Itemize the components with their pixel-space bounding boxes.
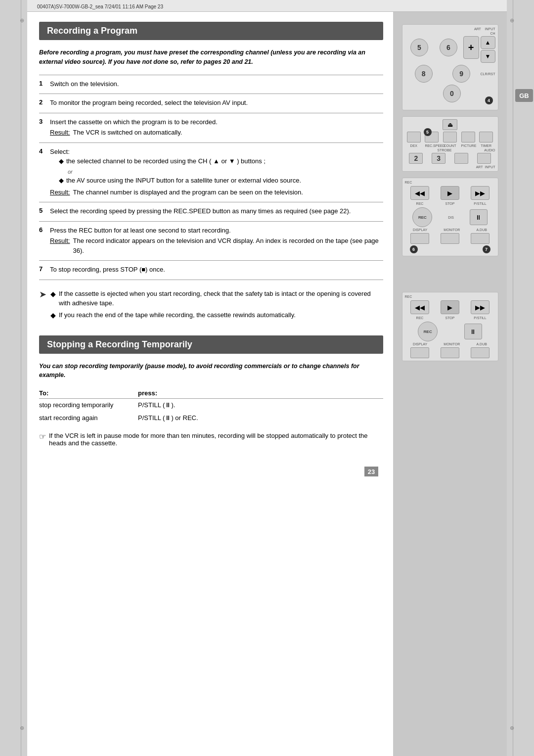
diagram-column: ART INPUT 5 6 CH + ▲ ▼ [393, 12, 507, 756]
diagram-transport2: REC ◀◀ ▶ ▶▶ REC STOP P/STILL REC [402, 292, 498, 361]
corner-mark-br: ⊕ [510, 725, 514, 731]
bottom-buttons2 [405, 347, 495, 358]
table-cell-press-1: P/STILL (⏸). [138, 399, 383, 412]
page-footer: 23 [39, 462, 383, 481]
step-4-bullets: ◆ the selected channel to be recorded us… [59, 156, 383, 186]
step-5-num: 5 [39, 206, 50, 214]
or-text-4: or [68, 168, 383, 176]
func-labels-row: DEX REC.SPEED COUNT PICTURE TIMER [405, 144, 495, 147]
ffwd-btn: ▶▶ [471, 186, 490, 200]
section1-header: Recording a Program [39, 22, 383, 40]
bottom-btn-3 [471, 233, 490, 244]
bullet-sym-4-2: ◆ [59, 176, 64, 186]
table-cell-action-2: start recording again [39, 412, 138, 425]
text-column: Recording a Program Before recording a p… [27, 12, 393, 756]
adub-label: A.DUB [476, 228, 487, 232]
result-label-6: Result: [50, 236, 70, 255]
rec-circle-btn2: REC [418, 322, 438, 341]
bullet-4-1: ◆ the selected channel to be recorded us… [59, 156, 383, 166]
step-7: 7 To stop recording, press STOP (■) once… [39, 265, 383, 275]
table-header-to: To: [39, 388, 138, 399]
plus-key: + [463, 36, 479, 59]
diagram-funcrow: ⏏ 5 [402, 116, 498, 172]
table-row-2: start recording again P/STILL (⏸) or REC… [39, 412, 383, 425]
note-bullet-text-1: If the cassette is ejected when you star… [59, 289, 383, 308]
rewind-btn2: ◀◀ [410, 300, 429, 314]
play-btn: ▶ [441, 186, 459, 200]
func-buttons-row2: 2 3 [405, 153, 495, 164]
result-text-3: The VCR is switched on automatically. [73, 128, 182, 138]
divider-3 [39, 113, 383, 113]
clr-section: CLR/RST [481, 72, 495, 76]
section2-intro: You can stop recording temporarily (paus… [39, 362, 383, 380]
func-btn-dex [407, 132, 421, 142]
badge-row-67: 6 7 [405, 245, 495, 253]
label-stop: STOP [441, 202, 459, 205]
badge-5-area: 5 [424, 128, 432, 136]
divider-4 [39, 142, 383, 143]
content-body: Recording a Program Before recording a p… [27, 12, 507, 756]
step-3-num: 3 [39, 117, 50, 125]
step-2-content: To monitor the program being recorded, s… [50, 98, 383, 108]
rec-label-top: REC [405, 181, 495, 184]
label-stop2: STOP [441, 316, 459, 320]
section2: Stopping a Recording Temporarily You can… [39, 335, 383, 447]
rec-pause-row: REC DIS ⏸ [405, 207, 495, 227]
step-5-content: Select the recording speed by pressing t… [50, 206, 383, 216]
transport-buttons2: ◀◀ ▶ ▶▶ [405, 300, 495, 314]
header-text: 00407A)SV-7000W-GB-2_sea 7/24/01 11:16 A… [37, 4, 163, 9]
step-6: 6 Press the REC button for at least one … [39, 226, 383, 256]
bottom-btn2-2 [441, 347, 459, 358]
step-1: 1 Switch on the television. [39, 79, 383, 89]
func-btn-2c [454, 153, 468, 164]
divider-2 [39, 94, 383, 94]
display-label2: DISPLAY [413, 342, 427, 346]
diag-row-0: 0 [405, 85, 495, 102]
label-timer: TIMER [479, 144, 493, 147]
diag-top-labels: ART INPUT [405, 27, 495, 31]
action-table: To: press: stop recording temporarily P/… [39, 388, 383, 424]
ch-label: CH [463, 32, 495, 35]
up-arrow-key: ▲ [481, 36, 495, 49]
func-btn-2a: 2 [409, 153, 423, 164]
note-arrow-icon: ➤ [39, 289, 46, 300]
bottom-btn2-3 [471, 347, 490, 358]
pause-note-icon: ☞ [39, 432, 46, 441]
note-content-1: ◆ If the cassette is ejected when you st… [50, 289, 383, 323]
section2-header: Stopping a Recording Temporarily [39, 335, 383, 354]
result-label-4: Result: [50, 188, 70, 197]
transport-buttons: ◀◀ ▶ ▶▶ [405, 186, 495, 200]
gb-badge: GB [515, 89, 533, 102]
diag-right-section: CH + ▲ ▼ [463, 32, 495, 63]
bottom-btn-2 [441, 233, 459, 244]
step-3-content: Insert the cassette on which the program… [50, 117, 383, 138]
step-6-content: Press the REC button for at least one se… [50, 226, 383, 256]
label-rec2: REC [410, 316, 429, 320]
label-dex: DEX [407, 144, 421, 147]
arrow-group: ▲ ▼ [481, 36, 495, 63]
note-bullet-text-2: If you reach the end of the tape while r… [59, 310, 296, 320]
table-row-1: stop recording temporarily P/STILL (⏸). [39, 399, 383, 412]
left-margin: ⊕ ⊕ [0, 0, 27, 756]
corner-mark-tl: ⊕ [20, 17, 24, 24]
step-6-num: 6 [39, 226, 50, 234]
bottom-labels: DISPLAY MONITOR A.DUB [405, 228, 495, 232]
divider-6 [39, 221, 383, 222]
note-bullet-sym-1: ◆ [50, 289, 56, 299]
pause-btn2: ⏸ [464, 324, 482, 339]
bullet-text-4-1: the selected channel to be recorded usin… [66, 156, 266, 166]
func-btn-timer [479, 132, 493, 142]
diag-row-56: 5 6 CH + ▲ ▼ [405, 32, 495, 63]
badge-6: 6 [410, 245, 418, 253]
label-picture: PICTURE [461, 144, 475, 147]
table-cell-press-2: P/STILL (⏸) or REC. [138, 412, 383, 425]
step-4-content: Select: ◆ the selected channel to be rec… [50, 147, 383, 197]
section1-intro: Before recording a program, you must hav… [39, 48, 383, 67]
disp-label: DISPLAY [413, 228, 427, 232]
func-row-wrapper: 5 [405, 132, 495, 142]
bullet-4-2: ◆ the AV source using the INPUT button f… [59, 176, 383, 186]
label-rec: REC [410, 202, 429, 205]
step-7-num: 7 [39, 265, 50, 273]
divider-5 [39, 202, 383, 202]
right-margin-line [513, 0, 513, 756]
